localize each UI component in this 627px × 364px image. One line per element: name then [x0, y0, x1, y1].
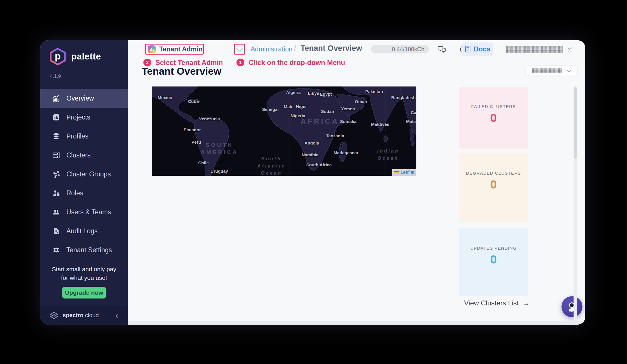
stat-card-value: 0 [490, 178, 497, 191]
map-label-tanzania: Tanzania [326, 133, 344, 139]
map-label-senegal: Senegal [262, 107, 279, 112]
projects-icon [52, 113, 60, 121]
map-label-mala: Mala [406, 119, 416, 124]
docs-label: Docs [474, 45, 491, 53]
map-label-namibia: Namibia [302, 152, 318, 158]
map-label-angola: Angola [305, 140, 319, 146]
users-teams-icon [52, 208, 60, 216]
book-icon [465, 46, 471, 53]
docs-link[interactable]: Docs [462, 43, 493, 56]
map-label-mexico: Mexico [158, 95, 172, 101]
stat-card-failed-clusters[interactable]: FAILED CLUSTERS0 [459, 87, 528, 149]
sidebar-footer: spectro cloud ‹ [40, 306, 128, 325]
horizontal-scroll-track [128, 321, 585, 325]
sidebar-item-label: Projects [66, 113, 90, 121]
sidebar-item-overview[interactable]: Overview [40, 89, 128, 108]
tenant-settings-icon [52, 246, 60, 254]
map-label-south-atlantic-ocean: South Atlantic Ocean [257, 155, 286, 176]
overview-icon [52, 95, 60, 102]
sidebar-item-tenant-settings[interactable]: Tenant Settings [40, 240, 128, 259]
stat-card-label: UPDATES PENDING [470, 246, 517, 251]
audit-logs-icon [52, 227, 60, 235]
chat-icon[interactable] [437, 45, 447, 54]
spectro-cloud-wordmark: spectro cloud [63, 312, 99, 319]
breadcrumb-administration[interactable]: Administration [251, 45, 293, 53]
cluster-groups-icon [52, 170, 60, 178]
spectro-cloud-logo-icon [49, 311, 59, 320]
map-label-south-america: SOUTH AMERICA [201, 142, 239, 156]
project-scope-icon [148, 45, 156, 53]
roles-icon [52, 189, 60, 197]
scope-label: Tenant Admin [159, 45, 203, 53]
map-label-south-africa: South Africa [306, 162, 332, 168]
sidebar-item-label: Cluster Groups [66, 170, 111, 178]
breadcrumb-current: Tenant Overview [301, 44, 362, 53]
vertical-scrollbar[interactable] [574, 86, 577, 321]
stat-card-degraded-clusters[interactable]: DEGRADED CLUSTERS0 [459, 153, 528, 222]
map-label-maldives: Maldives [371, 122, 389, 127]
map-label-pakistan: Pakistan [365, 89, 383, 95]
stat-card-updates-pending[interactable]: UPDATES PENDING0 [459, 228, 528, 296]
arrow-right-icon: → [523, 299, 530, 307]
map-label-peru: Peru [191, 139, 201, 145]
map-label-venezuela: Venezuela [199, 116, 220, 122]
sidebar-item-roles[interactable]: Roles [40, 184, 128, 203]
time-range-dropdown[interactable] [525, 66, 578, 76]
map-label-libya: Libya [308, 90, 319, 96]
map-attribution: Leaflet [392, 169, 416, 176]
map-label-yemen: Yemen [341, 106, 355, 112]
view-clusters-list-link[interactable]: View Clusters List → [464, 299, 530, 307]
stat-card-label: DEGRADED CLUSTERS [466, 171, 521, 176]
clusters-icon [52, 151, 60, 159]
sidebar-item-profiles[interactable]: Profiles [40, 127, 128, 146]
usage-quota-badge: 0.44/100kCh [371, 45, 429, 53]
sidebar-item-users-teams[interactable]: Users & Teams [40, 203, 128, 222]
brand: p palette [49, 48, 101, 66]
chevron-down-icon [236, 45, 243, 51]
scope-dropdown-button[interactable] [234, 44, 245, 55]
sidebar: p palette 4.1.9 OverviewProjectsProfiles… [40, 40, 128, 325]
upgrade-now-button[interactable]: Upgrade now [62, 287, 106, 298]
palette-logo-icon: p [49, 48, 67, 66]
map-label-indian-ocean: Indian Ocean [377, 148, 399, 162]
sidebar-item-label: Tenant Settings [66, 246, 112, 254]
map-label-somalia: Somalia [340, 119, 357, 124]
sidebar-item-label: Profiles [66, 132, 89, 140]
scope-selector-tenant-admin[interactable]: Tenant Admin [145, 44, 204, 55]
sidebar-item-projects[interactable]: Projects [40, 108, 128, 127]
map-label-algeria: Algeria [286, 90, 301, 95]
stat-card-label: FAILED CLUSTERS [471, 104, 516, 109]
support-assistant-button[interactable] [561, 296, 582, 317]
breadcrumb-separator: / [294, 44, 296, 53]
annotation-step-1-badge: 1 [236, 59, 244, 66]
sidebar-item-audit-logs[interactable]: Audit Logs [40, 222, 128, 240]
main-content: Tenant Admin Administration / Tenant Ove… [128, 40, 585, 325]
leaflet-link[interactable]: Leaflet [401, 170, 414, 175]
map-label-car: Car [411, 110, 416, 115]
chevron-down-icon[interactable] [568, 47, 571, 50]
map-label-mali: Mali [284, 104, 292, 109]
map-label-bangladesh: Bangladesh [391, 95, 416, 101]
redacted-range-value [532, 68, 562, 73]
map-label-sudan: Sudan [321, 109, 334, 114]
sidebar-item-cluster-groups[interactable]: Cluster Groups [40, 165, 128, 184]
map-label-niger: Niger [296, 104, 307, 109]
sidebar-item-label: Clusters [66, 151, 91, 159]
sidebar-collapse-chevron-icon[interactable]: ‹ [115, 311, 119, 320]
sidebar-item-label: Users & Teams [66, 208, 111, 216]
sidebar-item-clusters[interactable]: Clusters [40, 146, 128, 165]
sidebar-item-label: Overview [66, 95, 94, 102]
profiles-icon [52, 132, 60, 140]
scrollbar-thumb[interactable] [574, 87, 577, 159]
map-label-cuba: Cuba [188, 99, 199, 104]
brand-name: palette [71, 51, 101, 62]
chevron-down-icon [567, 68, 572, 72]
ukraine-flag-icon [394, 171, 399, 174]
user-account-menu[interactable] [506, 46, 563, 53]
stat-card-value: 0 [490, 111, 497, 125]
sidebar-item-label: Audit Logs [66, 227, 98, 235]
annotation-step-2-badge: 2 [143, 59, 151, 66]
clusters-world-map[interactable]: MexicoCubaVenezuelaEcuadorPeruSOUTH AMER… [152, 86, 416, 176]
sidebar-nav: OverviewProjectsProfilesClustersCluster … [40, 89, 128, 259]
map-label-ecuador: Ecuador [184, 127, 201, 133]
